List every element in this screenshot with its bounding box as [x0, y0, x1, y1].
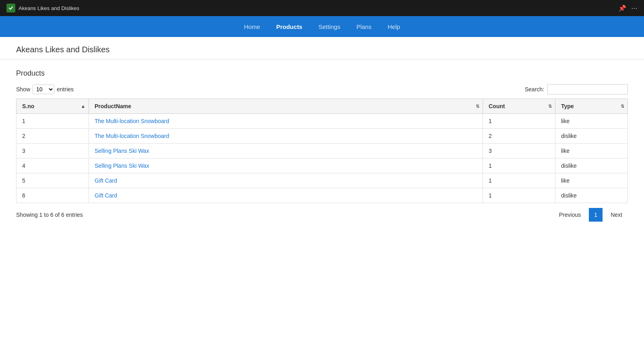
cell-count: 1	[483, 188, 555, 203]
sort-icon-product: ⇅	[476, 104, 479, 109]
search-input[interactable]	[547, 84, 628, 95]
col-product-name-label: ProductName	[95, 103, 131, 109]
sort-icon-type: ⇅	[621, 104, 624, 109]
cell-sno: 3	[17, 144, 89, 158]
col-sno[interactable]: S.no ▲	[17, 99, 89, 114]
previous-button[interactable]: Previous	[553, 209, 586, 220]
cell-type: like	[555, 144, 628, 158]
cell-count: 1	[483, 114, 555, 129]
nav-bar: Home Products Settings Plans Help	[0, 16, 644, 37]
show-label: Show	[16, 86, 30, 93]
cell-type: like	[555, 173, 628, 188]
col-sno-label: S.no	[22, 103, 34, 109]
cell-sno: 6	[17, 188, 89, 203]
page-title: Akeans Likes and Dislikes	[16, 45, 628, 54]
cell-type: dislike	[555, 129, 628, 144]
col-type-label: Type	[561, 103, 574, 109]
top-bar-left: Akeans Likes and Dislikes	[6, 4, 79, 12]
cell-sno: 5	[17, 173, 89, 188]
show-entries-group: Show 10 25 50 100 entries	[16, 84, 74, 94]
table-header-row: S.no ▲ ProductName ⇅ Count ⇅ Type ⇅	[17, 99, 628, 114]
table-row: 5 Gift Card 1 like	[17, 173, 628, 188]
cell-product-name: The Multi-location Snowboard	[89, 129, 483, 144]
cell-count: 2	[483, 129, 555, 144]
page-number-1[interactable]: 1	[589, 208, 603, 222]
table-row: 1 The Multi-location Snowboard 1 like	[17, 114, 628, 129]
table-row: 2 The Multi-location Snowboard 2 dislike	[17, 129, 628, 144]
top-bar: Akeans Likes and Dislikes 📌 ⋯	[0, 0, 644, 16]
main-content: Products Show 10 25 50 100 entries Searc…	[0, 60, 644, 231]
table-body: 1 The Multi-location Snowboard 1 like 2 …	[17, 114, 628, 203]
col-type[interactable]: Type ⇅	[555, 99, 628, 114]
product-link[interactable]: Gift Card	[95, 177, 117, 184]
cell-type: dislike	[555, 158, 628, 173]
product-link[interactable]: Selling Plans Ski Wax	[95, 148, 149, 154]
top-bar-right: 📌 ⋯	[618, 4, 638, 12]
sort-icon-count: ⇅	[548, 104, 552, 109]
app-title: Akeans Likes and Dislikes	[19, 5, 79, 11]
product-link[interactable]: The Multi-location Snowboard	[95, 133, 169, 139]
controls-row: Show 10 25 50 100 entries Search:	[16, 84, 628, 95]
page-header: Akeans Likes and Dislikes	[0, 37, 644, 60]
cell-count: 1	[483, 173, 555, 188]
nav-help[interactable]: Help	[387, 22, 401, 32]
table-row: 6 Gift Card 1 dislike	[17, 188, 628, 203]
more-icon[interactable]: ⋯	[631, 4, 638, 12]
cell-type: dislike	[555, 188, 628, 203]
cell-sno: 4	[17, 158, 89, 173]
cell-product-name: The Multi-location Snowboard	[89, 114, 483, 129]
next-button[interactable]: Next	[605, 209, 628, 220]
product-link[interactable]: Selling Plans Ski Wax	[95, 162, 149, 169]
nav-plans[interactable]: Plans	[355, 22, 372, 32]
cell-sno: 1	[17, 114, 89, 129]
table-head: S.no ▲ ProductName ⇅ Count ⇅ Type ⇅	[17, 99, 628, 114]
products-table: S.no ▲ ProductName ⇅ Count ⇅ Type ⇅ 1	[16, 99, 628, 203]
cell-count: 1	[483, 158, 555, 173]
entries-label: entries	[57, 86, 74, 93]
nav-products[interactable]: Products	[275, 22, 303, 32]
col-product-name[interactable]: ProductName ⇅	[89, 99, 483, 114]
section-title: Products	[16, 69, 628, 78]
col-count-label: Count	[489, 103, 505, 109]
search-label: Search:	[525, 86, 544, 93]
col-count[interactable]: Count ⇅	[483, 99, 555, 114]
nav-home[interactable]: Home	[243, 22, 261, 32]
cell-product-name: Selling Plans Ski Wax	[89, 158, 483, 173]
table-row: 4 Selling Plans Ski Wax 1 dislike	[17, 158, 628, 173]
cell-count: 3	[483, 144, 555, 158]
cell-product-name: Selling Plans Ski Wax	[89, 144, 483, 158]
cell-product-name: Gift Card	[89, 173, 483, 188]
cell-sno: 2	[17, 129, 89, 144]
app-icon	[6, 4, 15, 12]
sort-icon-sno: ▲	[81, 104, 85, 109]
cell-type: like	[555, 114, 628, 129]
search-group: Search:	[525, 84, 628, 95]
product-link[interactable]: Gift Card	[95, 192, 117, 199]
showing-info: Showing 1 to 6 of 6 entries	[16, 212, 83, 218]
table-row: 3 Selling Plans Ski Wax 3 like	[17, 144, 628, 158]
pagination: Previous 1 Next	[553, 208, 628, 222]
table-footer: Showing 1 to 6 of 6 entries Previous 1 N…	[16, 208, 628, 222]
nav-settings[interactable]: Settings	[318, 22, 341, 32]
cell-product-name: Gift Card	[89, 188, 483, 203]
product-link[interactable]: The Multi-location Snowboard	[95, 118, 169, 124]
entries-select[interactable]: 10 25 50 100	[33, 84, 54, 94]
pin-icon[interactable]: 📌	[618, 4, 626, 12]
